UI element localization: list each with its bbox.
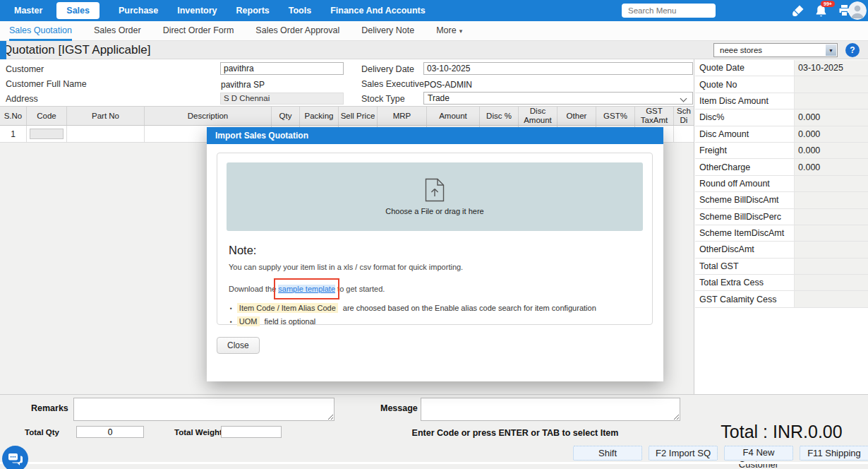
remarks-textarea[interactable]: [73, 398, 334, 421]
scheme-billdiscamt-field[interactable]: [794, 192, 868, 208]
col-sno: S.No: [0, 107, 27, 125]
address-field[interactable]: S D Chennai: [220, 93, 344, 105]
note-heading: Note:: [229, 244, 256, 257]
summary-row-scheme-billdiscamt: Scheme BillDiscAmt: [695, 192, 868, 208]
summary-row-quote-date: Quote Date03-10-2025: [695, 60, 868, 76]
item-table-header: S.No Code Part No Description Qty Packin…: [0, 106, 694, 126]
delivery-date-label: Delivery Date: [361, 64, 414, 74]
col-packing: Packing: [300, 107, 339, 125]
bullet-icon: ▪: [230, 305, 232, 311]
summary-panel: Quote Date03-10-2025 Quote No Item Disc …: [695, 60, 868, 308]
summary-label: Scheme BillDiscPerc: [695, 209, 794, 225]
col-gst-taxamt: GST TaxAmt: [635, 107, 674, 125]
summary-label: Disc Amount: [695, 126, 794, 142]
chat-icon: [8, 453, 23, 465]
stock-type-label: Stock Type: [361, 94, 405, 104]
tab-direct-order-form[interactable]: Direct Order Form: [163, 21, 234, 41]
customer-full-name-label: Customer Full Name: [6, 79, 87, 89]
user-avatar[interactable]: [848, 1, 867, 20]
item-disc-amount-field[interactable]: [794, 93, 868, 109]
gst-calamity-cess-field[interactable]: [794, 291, 868, 307]
tab-more-label: More: [436, 25, 456, 35]
total-weight-label: Total Weight: [174, 428, 222, 437]
summary-row-disc-amount: Disc Amount0.000: [695, 126, 868, 143]
total-gst-field[interactable]: [794, 259, 868, 274]
disc-amount-field[interactable]: 0.000: [794, 126, 868, 142]
col-code: Code: [27, 107, 67, 125]
nav-item-inventory[interactable]: Inventory: [177, 6, 217, 16]
f2-import-sq-button[interactable]: F2 Import SQ: [649, 446, 718, 461]
total-qty-input[interactable]: [76, 426, 144, 438]
tab-delivery-note[interactable]: Delivery Note: [361, 21, 414, 41]
otherdiscamt-field[interactable]: [794, 242, 868, 257]
row1-partno-cell[interactable]: [67, 126, 145, 143]
close-button[interactable]: Close: [217, 337, 260, 354]
bullet-highlight: UOM: [237, 316, 260, 326]
customer-full-name-value[interactable]: pavithra SP: [221, 80, 265, 90]
summary-label: Freight: [695, 143, 794, 158]
store-select-arrow-icon[interactable]: ▼: [826, 44, 836, 56]
tab-sales-order-approval[interactable]: Sales Order Approval: [255, 21, 339, 41]
chat-button[interactable]: [2, 446, 28, 469]
disc-pct-field[interactable]: 0.000: [794, 109, 868, 125]
file-dropzone[interactable]: Choose a File or drag it here: [227, 162, 643, 231]
nav-item-master[interactable]: Master: [14, 6, 42, 16]
row1-schdisc-cell[interactable]: [674, 126, 694, 143]
quote-no-field[interactable]: [794, 76, 868, 92]
chevron-down-icon: ▾: [459, 28, 463, 35]
summary-label: Quote Date: [695, 60, 794, 76]
delivery-date-input[interactable]: [423, 62, 693, 75]
col-disc-pct: Disc %: [480, 107, 519, 125]
summary-row-total-gst: Total GST: [695, 259, 868, 275]
sales-executive-field[interactable]: POS-ADMIN: [424, 80, 472, 90]
nav-item-sales[interactable]: Sales: [56, 2, 100, 19]
stock-type-select[interactable]: Trade: [423, 92, 693, 105]
summary-row-round-off: Round off Amount: [695, 176, 868, 192]
col-gst-pct: GST%: [596, 107, 635, 125]
download-suffix: to get started.: [335, 285, 385, 293]
import-sales-quotation-modal: Import Sales Quotation Choose a File or …: [207, 127, 663, 381]
help-button[interactable]: ?: [845, 43, 860, 57]
shift-button[interactable]: Shift: [573, 446, 642, 461]
store-select-value: neee stores: [720, 46, 762, 54]
total-extra-cess-field[interactable]: [794, 275, 868, 290]
tab-sales-quotation[interactable]: Sales Quotation: [9, 21, 72, 41]
quote-date-field[interactable]: 03-10-2025: [794, 60, 868, 76]
summary-label: Total GST: [695, 259, 794, 274]
tab-more[interactable]: More▾: [436, 21, 462, 41]
scheme-itemdiscamt-field[interactable]: [794, 225, 868, 241]
search-input[interactable]: [622, 4, 716, 18]
col-part-no: Part No: [67, 107, 145, 125]
summary-row-freight: Freight0.000: [695, 143, 868, 159]
total-weight-input[interactable]: [221, 426, 282, 438]
total-qty-label: Total Qty: [25, 428, 59, 437]
store-select[interactable]: neee stores ▼: [713, 43, 838, 57]
f11-shipping-button[interactable]: F11 Shipping: [800, 446, 868, 461]
chevron-down-icon: [680, 95, 687, 102]
modal-content-box: Choose a File or drag it here Note: You …: [217, 153, 653, 325]
nav-item-reports[interactable]: Reports: [236, 6, 270, 16]
nav-item-purchase[interactable]: Purchase: [119, 6, 158, 16]
summary-row-item-disc-amount: Item Disc Amount: [695, 93, 868, 109]
message-textarea[interactable]: [421, 398, 680, 421]
bullet-text: are choosed based on the Enable alias co…: [343, 304, 596, 312]
f4-new-customer-button[interactable]: F4 New Customer: [724, 446, 793, 461]
scheme-billdiscperc-field[interactable]: [794, 209, 868, 225]
tab-sales-order[interactable]: Sales Order: [94, 21, 141, 41]
file-upload-icon: [425, 178, 445, 202]
summary-row-gst-calamity-cess: GST Calamity Cess: [695, 291, 868, 307]
summary-row-otherdiscamt: OtherDiscAmt: [695, 242, 868, 258]
nav-item-finance[interactable]: Finance And Accounts: [330, 6, 426, 16]
summary-label: Total Extra Cess: [695, 275, 794, 290]
freight-field[interactable]: 0.000: [794, 143, 868, 158]
nav-item-tools[interactable]: Tools: [289, 6, 311, 16]
customer-input[interactable]: [220, 62, 344, 75]
round-off-field[interactable]: [794, 176, 868, 191]
summary-row-total-extra-cess: Total Extra Cess: [695, 275, 868, 291]
download-prefix: Download the: [229, 285, 278, 293]
other-charge-field[interactable]: 0.000: [794, 159, 868, 174]
paintbrush-icon[interactable]: [792, 4, 804, 20]
sales-executive-label: Sales Executive: [361, 79, 424, 89]
panel-divider: [694, 59, 694, 394]
item-code-input[interactable]: [30, 129, 64, 139]
